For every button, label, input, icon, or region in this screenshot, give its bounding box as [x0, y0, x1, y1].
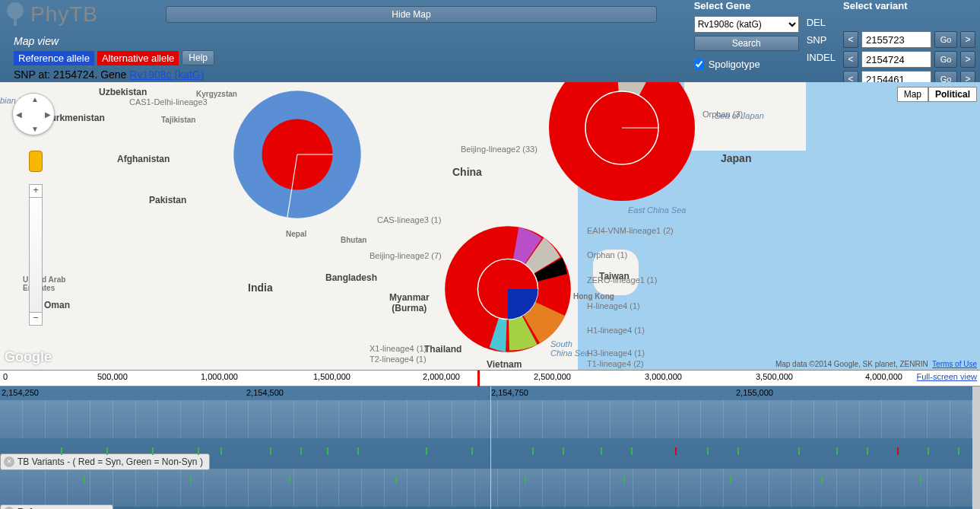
spoligotype-row[interactable]: Spoligotype [694, 59, 799, 70]
fullscreen-link[interactable]: Full-screen view [917, 372, 977, 381]
close-icon[interactable]: × [4, 457, 14, 467]
map-type-political[interactable]: Political [928, 87, 977, 102]
genome-ruler[interactable]: 0 500,000 1,000,000 1,500,000 2,000,000 … [0, 370, 980, 387]
alternative-allele-legend: Alternative allele [97, 51, 179, 65]
ruler-tick: 4,000,000 [865, 372, 902, 381]
variant-block: Select variant < Go > < Go > < Go [843, 0, 975, 87]
gene-block: Select Gene Rv1908c (katG) Search Spolig… [694, 0, 799, 87]
ann-t1: T1-lineage4 (2) [587, 359, 644, 368]
country-india: India [248, 282, 273, 294]
zoom-tick: 2,154,500 [246, 388, 284, 397]
spoligotype-checkbox[interactable] [694, 59, 704, 69]
zoom-stack: + − [29, 184, 43, 326]
snp-info: SNP at: 2154724. Gene Rv1908c (katG) [14, 68, 204, 81]
ann-t2: T2-lineage4 (1) [369, 355, 427, 364]
genome-track[interactable]: 2,154,250 2,154,500 2,154,750 2,155,000 … [0, 387, 980, 509]
zoom-tick: 2,155,000 [736, 388, 773, 397]
map-pan-zoom-controls: ▲ ▼ ◀ ▶ [12, 93, 55, 135]
del-next-button[interactable]: > [960, 31, 975, 48]
zoom-in-button[interactable]: + [29, 184, 43, 198]
ruler-tick: 2,000,000 [423, 372, 460, 381]
del-input[interactable] [861, 31, 931, 48]
help-button[interactable]: Help [182, 50, 214, 65]
type-labels: DEL SNP INDEL [807, 0, 836, 87]
spoligotype-label: Spoligotype [709, 59, 760, 70]
del-prev-button[interactable]: < [843, 31, 858, 48]
header-bar: PhyTB Map view Hide Map Reference allele… [0, 0, 980, 82]
country-vietnam: Vietnam [487, 359, 522, 370]
country-afghanistan: Afghanistan [117, 154, 170, 164]
logo-area: PhyTB [5, 2, 98, 27]
ann-beijing7: Beijing-lineage2 (7) [369, 251, 442, 260]
label-indel: INDEL [807, 52, 836, 63]
position-line [490, 387, 491, 509]
pan-right-icon[interactable]: ▶ [45, 110, 51, 119]
reference-allele-legend: Reference allele [14, 51, 94, 65]
country-japan: Japan [721, 152, 751, 164]
pegman-icon[interactable] [29, 151, 43, 172]
gene-select[interactable]: Rv1908c (katG) [694, 16, 799, 33]
donut-chart-2[interactable] [546, 82, 698, 204]
hide-map-button[interactable]: Hide Map [166, 6, 657, 23]
tree-icon [5, 2, 26, 27]
country-china: China [452, 166, 482, 178]
ann-orphan3: Orphan (3) [702, 110, 743, 119]
ruler-tick: 0 [3, 372, 8, 381]
ruler-tick: 2,500,000 [534, 372, 571, 381]
country-nepal: Nepal [286, 230, 306, 238]
track-tb-variants[interactable]: × TB Variants - ( Red = Syn, Green = Non… [0, 453, 210, 470]
country-uzbekistan: Uzbekistan [99, 87, 147, 97]
ruler-position-marker[interactable] [477, 371, 480, 387]
snp-prev-button[interactable]: < [843, 51, 858, 68]
snp-input[interactable] [861, 51, 931, 68]
country-bangladesh: Bangladesh [325, 272, 377, 283]
ann-cas1: CAS1-Delhi-lineage3 [129, 97, 208, 107]
map-area[interactable]: Uzbekistan Kyrgyzstan Turkmenistan Tajik… [0, 82, 980, 370]
view-label: Map view [14, 35, 59, 47]
variant-row-snp: < Go > [843, 51, 975, 68]
donut-chart-1[interactable] [227, 84, 368, 225]
gene-link[interactable]: Rv1908c (katG) [129, 68, 204, 81]
pan-down-icon[interactable]: ▼ [31, 125, 39, 133]
sequence-bars-top [0, 400, 972, 438]
water-eastchina: East China Sea [628, 205, 686, 215]
vertical-scrollbar[interactable] [972, 387, 980, 509]
ann-eai4: EAI4-VNM-lineage1 (2) [587, 226, 674, 235]
pan-control[interactable]: ▲ ▼ ◀ ▶ [12, 93, 55, 135]
zoom-out-button[interactable]: − [29, 312, 43, 326]
ann-h1: H1-lineage4 (1) [587, 326, 645, 335]
track-variants-label: TB Variants - ( Red = Syn, Green = Non-S… [17, 457, 203, 467]
svg-point-0 [7, 2, 24, 19]
ruler-tick: 1,500,000 [313, 372, 350, 381]
pan-left-icon[interactable]: ◀ [16, 110, 22, 119]
country-hongkong: Hong Kong [573, 292, 614, 301]
ann-cas3: CAS-lineage3 (1) [377, 215, 441, 224]
variant-row-del: < Go > [843, 31, 975, 48]
country-myanmar: Myanmar (Burma) [389, 292, 430, 313]
terms-link[interactable]: Terms of Use [932, 360, 977, 368]
svg-rect-1 [14, 17, 17, 26]
sequence-bars-bottom [0, 469, 972, 505]
zoom-slider[interactable] [29, 198, 43, 312]
del-go-button[interactable]: Go [934, 31, 957, 48]
snp-go-button[interactable]: Go [934, 51, 957, 68]
ann-beijing33: Beijing-lineage2 (33) [461, 145, 538, 154]
donut-chart-3[interactable] [439, 221, 576, 358]
country-pakistan: Pakistan [149, 195, 186, 205]
ann-orphan1: Orphan (1) [587, 250, 627, 259]
map-attribution: Map data ©2014 Google, SK planet, ZENRIN… [775, 360, 977, 368]
track-refseq[interactable]: × Reference sequence [0, 504, 113, 509]
pan-up-icon[interactable]: ▲ [31, 95, 39, 103]
country-bhutan: Bhutan [341, 236, 366, 244]
ruler-tick: 3,000,000 [645, 372, 682, 381]
search-button[interactable]: Search [694, 36, 799, 51]
ann-x1: X1-lineage4 (1) [369, 344, 427, 353]
zoom-tick: 2,154,750 [491, 388, 528, 397]
google-logo: Google [5, 349, 52, 365]
label-del: DEL [807, 17, 836, 28]
snp-text: SNP at: 2154724. Gene [14, 68, 129, 81]
snp-next-button[interactable]: > [960, 51, 975, 68]
map-type-map[interactable]: Map [897, 87, 928, 102]
country-tajikistan: Tajikistan [161, 116, 195, 124]
ruler-tick: 3,500,000 [756, 372, 793, 381]
